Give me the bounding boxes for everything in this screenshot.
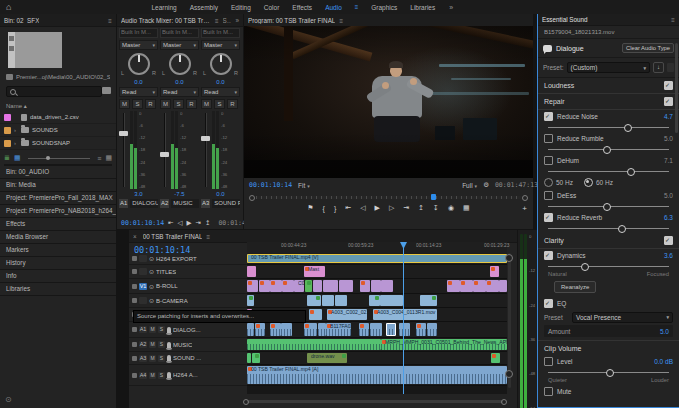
expander-icon[interactable]: › (14, 127, 18, 133)
scrubber-playhead[interactable] (431, 194, 436, 200)
fader-value[interactable]: 0.0 (201, 191, 240, 197)
panel-tab-libraries[interactable]: Libraries (0, 283, 116, 296)
reduce-rumble-slider[interactable] (548, 145, 669, 153)
timeline-clip[interactable] (369, 295, 379, 306)
track-mute-button[interactable]: M (149, 341, 156, 348)
panel-overflow-icon[interactable]: » (235, 17, 239, 24)
track-solo-button[interactable]: S (158, 355, 165, 362)
timeline-clip[interactable] (270, 280, 281, 292)
radio-60hz[interactable] (584, 178, 593, 187)
timeline-clip[interactable] (486, 280, 498, 292)
program-video[interactable] (244, 26, 533, 178)
timeline-clip[interactable] (309, 309, 321, 320)
loudness-checkbox[interactable] (664, 81, 673, 90)
timeline-clip[interactable]: drone.wav (307, 353, 347, 363)
export-frame-button[interactable]: ◉ (448, 204, 454, 212)
mute-button[interactable]: M (160, 99, 171, 109)
mute-button[interactable]: M (201, 99, 212, 109)
timeline-clip[interactable] (399, 323, 409, 336)
track-header[interactable]: V1⊙B-ROLL (129, 279, 247, 294)
panel-tab-effects[interactable]: Effects (0, 218, 116, 231)
timeline-track-lane[interactable]: MRPH_MMPH_0031_C0501_Behind_The_News_APM… (247, 338, 507, 352)
timeline-clip[interactable] (307, 295, 321, 306)
timeline-clip[interactable]: A003_C002_0211 (327, 309, 367, 320)
record-arm-button[interactable]: R (145, 99, 156, 109)
play-button[interactable]: ▶ (375, 204, 380, 212)
timeline-clip[interactable] (247, 280, 258, 292)
settings-wrench-icon[interactable]: ⚙ (483, 181, 489, 189)
panel-tab-info[interactable]: Info (0, 270, 116, 283)
microphone-icon[interactable] (167, 372, 171, 378)
timeline-track-lane[interactable]: C098 (247, 279, 507, 294)
track-solo-button[interactable]: S (158, 326, 165, 333)
timeline-clip[interactable] (281, 323, 291, 336)
track-lock-icon[interactable] (132, 269, 137, 274)
workspace-overflow-icon[interactable]: » (449, 4, 453, 11)
tab-program-monitor[interactable]: Program: 00 TSB Trailer FINAL (248, 17, 335, 24)
workspace-tab-learning[interactable]: Learning (151, 4, 176, 11)
input-select[interactable]: Built In M... (160, 28, 199, 38)
workspace-tab-libraries[interactable]: Libraries (410, 4, 435, 11)
scroll-handle-bottom[interactable] (505, 370, 513, 378)
panel-menu-icon[interactable]: ≡ (206, 233, 210, 240)
thumbnail-zoom-slider[interactable] (28, 158, 91, 159)
track-lock-icon[interactable] (132, 256, 137, 261)
microphone-icon[interactable] (167, 355, 171, 361)
workspace-tab-assembly[interactable]: Assembly (190, 4, 218, 11)
timeline-clip[interactable] (499, 280, 507, 292)
timeline-clip[interactable] (473, 280, 485, 292)
timeline-clip[interactable] (282, 280, 293, 292)
program-scrubber[interactable] (252, 194, 525, 200)
panel-tab-media-browser[interactable]: Media Browser (0, 231, 116, 244)
dynamics-value[interactable]: 3.6 (664, 252, 673, 259)
track-visibility-icon[interactable]: ⊙ (149, 297, 154, 304)
track-visibility-icon[interactable]: ⊙ (149, 283, 154, 290)
playhead-timecode[interactable]: 00:01:10:14 (121, 219, 164, 227)
list-view-icon[interactable]: ≣ (4, 154, 10, 162)
track-header[interactable]: A2MSMUSIC (129, 338, 247, 352)
timeline-track-lane[interactable]: drone.wav (247, 352, 507, 365)
track-visibility-icon[interactable]: ⊙ (149, 255, 154, 262)
mute-button[interactable]: M (119, 99, 130, 109)
volume-fader[interactable] (201, 111, 210, 189)
pan-knob[interactable]: LR (160, 52, 199, 78)
dynamics-checkbox[interactable] (544, 251, 553, 260)
level-slider[interactable] (548, 368, 669, 376)
output-select[interactable]: Master▾ (201, 40, 240, 50)
timeline-clip[interactable] (322, 295, 334, 306)
tab-audio-track-mixer[interactable]: Audio Track Mixer: 00 TSB Trailer FINAL (121, 17, 211, 24)
reduce-noise-checkbox[interactable] (544, 112, 553, 121)
label-color-swatch[interactable] (4, 114, 11, 121)
track-header[interactable]: A4MSH264 A... (129, 365, 247, 386)
timeline-clip[interactable] (386, 323, 396, 336)
source-patch-badge[interactable]: A4 (139, 372, 147, 379)
tab-sound[interactable]: Sou (223, 17, 232, 24)
workspace-corner-icon[interactable]: ⊙ (5, 395, 12, 404)
deess-value[interactable]: 5.0 (664, 192, 673, 199)
timeline-clip[interactable] (305, 280, 312, 292)
reduce-rumble-checkbox[interactable] (544, 134, 553, 143)
pan-value[interactable]: 0.0 (201, 79, 240, 85)
tab-bin-02-sfx[interactable]: Bin: 02_SFX (4, 17, 39, 24)
track-mute-button[interactable]: M (149, 326, 156, 333)
timeline-clip[interactable] (380, 295, 403, 306)
workspace-tab-color[interactable]: Color (264, 4, 280, 11)
comparison-view-button[interactable]: ▦ (463, 204, 470, 212)
timeline-clip[interactable] (259, 280, 270, 292)
timeline-clip[interactable] (491, 353, 500, 363)
record-arm-button[interactable]: R (186, 99, 197, 109)
source-patch-badge[interactable]: A2 (139, 341, 147, 348)
workspace-tab-graphics[interactable]: Graphics (371, 4, 397, 11)
solo-button[interactable]: S (173, 99, 184, 109)
pan-value[interactable]: 0.0 (160, 79, 199, 85)
timeline-clip[interactable] (323, 280, 338, 292)
solo-button[interactable]: S (132, 99, 143, 109)
delete-preset-icon[interactable] (667, 63, 674, 72)
column-header-name[interactable]: Name ▴ (6, 102, 27, 109)
deess-checkbox[interactable] (544, 191, 553, 200)
timeline-clip[interactable] (360, 280, 370, 292)
panel-menu-icon[interactable]: ≡ (671, 16, 675, 23)
reduce-rumble-value[interactable]: 5.0 (664, 135, 673, 142)
workspace-tab-audio[interactable]: Audio (325, 4, 342, 11)
automation-mode-dropdown[interactable]: Read▾ (119, 87, 158, 97)
